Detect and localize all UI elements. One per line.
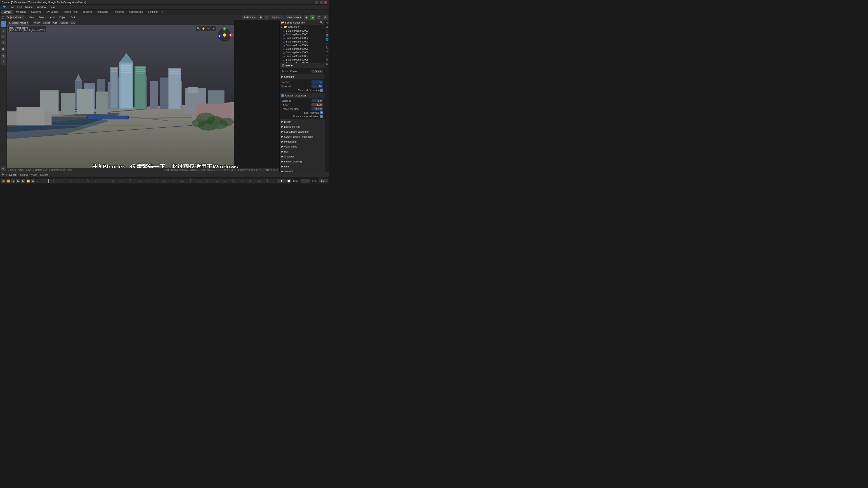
motion-blur-header[interactable]: ▶ Motion Blur	[280, 139, 324, 144]
bent-normals-checkbox[interactable]: ✓	[320, 111, 323, 114]
timeline-playhead[interactable]	[48, 179, 49, 183]
prev-frame-button[interactable]: ◀	[11, 179, 16, 183]
minimize-button[interactable]: ─	[315, 1, 318, 4]
object-props-icon[interactable]: ⬡	[325, 41, 329, 45]
menu-file[interactable]: File	[8, 5, 16, 9]
viewport-samples-value[interactable]: 16	[311, 85, 323, 88]
pan-icon[interactable]: ✋	[201, 26, 206, 31]
play-button[interactable]: ▶	[16, 179, 20, 183]
render-engine-value[interactable]: Eevee	[311, 70, 323, 73]
indirect-lighting-header[interactable]: ▶ Indirect Lighting	[280, 159, 324, 164]
sss-header[interactable]: ▶ Subsurface Scattering	[280, 129, 324, 134]
particles-icon[interactable]: ✦	[325, 50, 329, 53]
gizmo-y-axis[interactable]: Y	[223, 27, 226, 31]
header-gis[interactable]: GIS	[69, 15, 76, 19]
render-props-icon[interactable]: 📷	[325, 21, 329, 25]
add-workspace-button[interactable]: +	[160, 10, 165, 14]
transform-global-dropdown[interactable]: ⊕ Global ▾	[242, 15, 257, 19]
proportional-edit-icon[interactable]: ⊙	[265, 15, 270, 20]
tool-rotate[interactable]: ↺	[1, 34, 6, 39]
scene-icon[interactable]: 🎬	[325, 33, 329, 37]
transform-pivot[interactable]: ⊙	[1, 166, 6, 171]
viewport-denoising-checkbox[interactable]: ✓	[320, 89, 323, 92]
outliner-item-6[interactable]: △ BuildingMesh:00006	[280, 51, 324, 54]
outliner-item-8[interactable]: △ BuildingMesh:00008	[280, 58, 324, 61]
next-keyframe-button[interactable]: ⏩	[26, 179, 30, 183]
tool-select[interactable]: ↖	[1, 21, 6, 27]
tab-modeling[interactable]: Modeling	[14, 10, 29, 14]
tool-transform[interactable]: ⊞	[1, 46, 6, 52]
ssr-header[interactable]: ▶ Screen Space Reflections	[280, 134, 324, 139]
header-view[interactable]: View	[27, 15, 36, 19]
timeline-keying[interactable]: Keying	[19, 173, 29, 177]
menu-edit[interactable]: Edit	[16, 5, 23, 9]
view-layer-dropdown[interactable]: View Layer ▾	[285, 15, 303, 19]
maximize-button[interactable]: □	[320, 1, 323, 4]
tab-texture-paint[interactable]: Texture Paint	[61, 10, 80, 14]
gizmo-z-axis[interactable]: Z	[218, 34, 221, 37]
header-add[interactable]: Add	[49, 15, 56, 19]
viewport-mode-dropdown[interactable]: ⊡ Object Mode ▾	[8, 21, 29, 25]
timeline-view[interactable]: View	[30, 173, 38, 177]
menu-render[interactable]: Render	[24, 5, 35, 9]
menu-window[interactable]: Window	[35, 5, 48, 9]
bounces-approx-checkbox[interactable]: ✓	[320, 115, 323, 118]
ao-factor-value[interactable]: 1.00	[311, 103, 323, 106]
outliner-filter-icon[interactable]: 🔍	[320, 21, 323, 24]
viewport-add-dropdown[interactable]: Add	[52, 21, 59, 24]
outliner-item-5[interactable]: △ BuildingMesh:00005	[280, 47, 324, 51]
render-samples-value[interactable]: 64	[311, 80, 323, 84]
timeline-track[interactable]: -100102030405060708090100110120130140150…	[36, 179, 276, 183]
current-frame-input[interactable]: 1	[277, 180, 286, 183]
tab-layout[interactable]: Layout	[1, 10, 13, 14]
tab-uv-editing[interactable]: UV Editing	[44, 10, 60, 14]
next-frame-button[interactable]: ▶	[21, 179, 25, 183]
window-controls[interactable]: ─ □ ✕	[315, 1, 327, 4]
tab-compositing[interactable]: Compositing	[127, 10, 145, 14]
bloom-header[interactable]: ▶ Bloom	[280, 119, 324, 124]
data-icon[interactable]: ⊟	[325, 62, 329, 66]
menu-blender[interactable]: 🔷	[1, 5, 8, 9]
constraints-icon[interactable]: 🔗	[325, 58, 329, 61]
tool-move[interactable]: ↕	[1, 28, 6, 33]
options-dropdown[interactable]: Options ▾	[271, 15, 284, 19]
viewport-shading-mat[interactable]: ◈	[310, 15, 315, 20]
outliner-item-7[interactable]: △ BuildingMesh:00007	[280, 54, 324, 58]
timeline-marker[interactable]: Marker	[39, 173, 49, 177]
header-object[interactable]: Object	[57, 15, 68, 19]
zoom-in-icon[interactable]: 🔍	[196, 26, 201, 31]
render-region-icon[interactable]: ⊡	[211, 26, 216, 31]
outliner-item-4[interactable]: △ BuildingMesh:00004	[280, 43, 324, 47]
object-mode-dropdown[interactable]: Object Mode ▾	[5, 15, 24, 19]
tab-shading[interactable]: Shading	[80, 10, 94, 14]
tab-sculpting[interactable]: Sculpting	[29, 10, 43, 14]
hair-header[interactable]: ▶ Hair	[280, 149, 324, 154]
3d-viewport[interactable]: ⊡ Object Mode ▾ View Select Add Object G…	[7, 20, 234, 172]
tab-rendering[interactable]: Rendering	[110, 10, 126, 14]
snap-icon[interactable]: ⊞	[258, 15, 263, 20]
start-frame-input[interactable]: 1	[301, 180, 310, 183]
tool-annotate[interactable]: ✎	[1, 53, 6, 59]
close-button[interactable]: ✕	[324, 1, 327, 4]
end-frame-input[interactable]: 250	[319, 180, 328, 183]
outliner-item-1[interactable]: △ BuildingMesh:00001	[280, 33, 324, 36]
ao-trace-value[interactable]: 0.250	[311, 107, 323, 110]
gizmo-icon[interactable]: ✛	[323, 15, 328, 20]
view-layer-icon[interactable]: ◫	[325, 29, 329, 33]
ao-distance-value[interactable]: 1 m	[311, 99, 323, 102]
physics-icon[interactable]: ⚛	[325, 54, 329, 57]
viewport-shading-solid[interactable]: ◉	[304, 15, 309, 20]
header-select[interactable]: Select	[37, 15, 47, 19]
volumetrics-header[interactable]: ▶ Volumetrics	[280, 144, 324, 149]
navigation-gizmo[interactable]: Y X Z	[217, 27, 232, 43]
jump-end-button[interactable]: ⏭	[31, 179, 35, 183]
output-props-icon[interactable]: 🖨	[325, 25, 329, 29]
material-icon[interactable]: ●	[325, 66, 329, 70]
film-header[interactable]: ▶ Film	[280, 164, 324, 169]
jump-start-button[interactable]: ⏮	[1, 179, 5, 183]
outliner-item-3[interactable]: △ BuildingMesh:00003	[280, 40, 324, 43]
outliner-collection[interactable]: ▶ 📂 Collection	[280, 25, 324, 29]
timeline-playback[interactable]: Playback	[5, 173, 18, 177]
viewport-object-dropdown[interactable]: Object	[59, 21, 69, 24]
world-icon[interactable]: 🌐	[325, 37, 329, 41]
